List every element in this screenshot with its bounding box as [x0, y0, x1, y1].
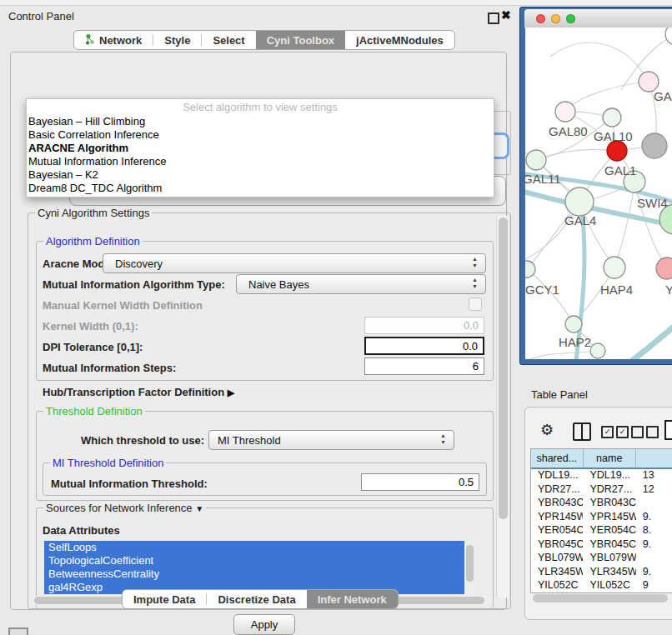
algorithm-option[interactable]: Mutual Information Inference — [27, 155, 494, 168]
close-panel-icon[interactable]: ✖ — [501, 8, 511, 22]
table-row[interactable]: YBL079WYBL079W — [531, 552, 672, 566]
zoom-window-icon[interactable] — [566, 14, 575, 23]
hub-definition-label[interactable]: Hub/Transcription Factor Definition ▶ — [43, 386, 234, 398]
tab-network-label: Network — [99, 34, 142, 47]
network-node-gal80[interactable] — [555, 102, 575, 122]
node-label: GAL1 — [604, 163, 636, 178]
table-row[interactable]: YIL052CYIL052C9 — [531, 579, 672, 593]
settings-vertical-scrollbar[interactable] — [496, 216, 510, 598]
manual-kernel-checkbox[interactable] — [469, 298, 482, 311]
network-node-y[interactable] — [656, 258, 672, 279]
attributes-vscroll-thumb[interactable] — [466, 545, 474, 582]
table-column-header[interactable]: shared... — [531, 449, 584, 468]
attributes-vscroll[interactable] — [464, 541, 476, 594]
checked-box-icon: ✓ — [616, 426, 629, 438]
gear-icon[interactable]: ⚙ — [540, 421, 554, 438]
table-hscroll-thumb[interactable] — [533, 594, 668, 602]
network-edge — [614, 182, 634, 268]
mi-type-combo[interactable]: Naive Bayes ▲▼ — [236, 274, 486, 294]
algorithm-option[interactable]: Basic Correlation Inference — [27, 128, 494, 142]
tab-style[interactable]: Style — [153, 31, 201, 49]
table-column-header[interactable] — [636, 449, 672, 468]
network-canvas[interactable]: GALGAL80GAL10GAL1GAL11SWI4GAL4GCY1HAP4YH… — [525, 28, 672, 359]
table-cell — [636, 552, 672, 566]
table-row[interactable]: YBR045CYBR045C9. — [531, 538, 672, 552]
network-edge — [550, 42, 649, 82]
tab-discretize-data[interactable]: Discretize Data — [207, 590, 306, 608]
select-all-columns-icon[interactable]: ✓ ✓ — [601, 426, 629, 438]
network-node[interactable] — [642, 133, 667, 158]
network-node[interactable] — [665, 28, 672, 45]
tab-network[interactable]: Network — [74, 31, 153, 49]
table-row[interactable]: YPR145WYPR145W9. — [531, 511, 672, 525]
collapsed-panel-icon[interactable] — [8, 628, 28, 635]
kernel-width-field[interactable]: 0.0 — [364, 317, 484, 334]
data-attribute-item[interactable]: BetweennessCentrality — [44, 568, 468, 581]
table-cell: YBR045C — [531, 538, 583, 552]
node-label: HAP4 — [600, 282, 633, 297]
spinner-arrows-icon: ▲▼ — [472, 277, 478, 290]
mi-steps-label: Mutual Information Steps: — [43, 362, 176, 374]
table-row[interactable]: YLR345WYLR345W9. — [531, 566, 672, 580]
algorithm-option[interactable]: Bayesian – Hill Climbing — [27, 115, 494, 128]
float-panel-icon[interactable] — [488, 12, 499, 24]
table-row[interactable]: YER054CYER054C8. — [531, 524, 672, 538]
impute-label: Impute Data — [133, 593, 195, 606]
table-cell: 9. — [636, 538, 672, 552]
dpi-tolerance-field[interactable]: 0.0 — [364, 337, 484, 355]
data-attribute-item[interactable]: TopologicalCoefficient — [44, 554, 468, 568]
tab-jactivemnodules[interactable]: jActiveMNodules — [345, 31, 454, 49]
network-window-titlebar[interactable] — [524, 9, 672, 28]
aracne-mode-combo[interactable]: Discovery ▲▼ — [103, 253, 486, 273]
network-view-window[interactable]: GALGAL80GAL10GAL1GAL11SWI4GAL4GCY1HAP4YH… — [519, 7, 672, 365]
network-edge — [527, 269, 574, 324]
network-node-hap2[interactable] — [565, 316, 582, 332]
table-row[interactable]: YBR043CYBR043C — [531, 497, 672, 511]
kernel-width-label: Kernel Width (0,1): — [43, 320, 138, 332]
algorithm-definition-title: Algorithm Definition — [43, 235, 143, 248]
tab-infer-network[interactable]: Infer Network — [307, 590, 398, 608]
tab-cyni-toolbox[interactable]: Cyni Toolbox — [256, 31, 345, 49]
table-row[interactable]: YDR27...YDR27...12 — [531, 483, 672, 498]
algorithm-option[interactable]: Bayesian – K2 — [27, 168, 494, 182]
network-node-gal11[interactable] — [526, 150, 546, 170]
table-row[interactable]: YDL19...YDL19...13 — [531, 469, 672, 483]
mi-threshold-field[interactable]: 0.5 — [361, 473, 479, 491]
tab-style-label: Style — [164, 34, 190, 47]
network-node-gal4[interactable] — [565, 188, 594, 216]
apply-button[interactable]: Apply — [233, 614, 295, 635]
collapse-arrow-icon[interactable]: ▼ — [195, 504, 203, 513]
deselect-all-columns-icon[interactable] — [631, 426, 659, 438]
network-node-gal1[interactable] — [607, 141, 627, 161]
bottom-tabbar: Impute Data Discretize Data Infer Networ… — [122, 589, 399, 609]
data-attributes-label: Data Attributes — [43, 524, 120, 537]
tab-impute-data[interactable]: Impute Data — [123, 590, 206, 608]
minimize-window-icon[interactable] — [551, 14, 560, 23]
table-column-header[interactable]: name — [584, 449, 636, 468]
which-threshold-combo[interactable]: MI Threshold ▲▼ — [208, 430, 454, 450]
close-window-icon[interactable] — [536, 14, 545, 23]
tab-select[interactable]: Select — [202, 31, 255, 49]
network-node[interactable] — [590, 343, 605, 358]
table-cell: YDL19... — [531, 469, 583, 483]
new-table-icon[interactable] — [664, 420, 672, 440]
settings-vscroll-thumb[interactable] — [499, 218, 508, 519]
node-label: GAL — [654, 89, 672, 103]
network-node-hap4[interactable] — [604, 257, 625, 278]
table-cell: YLR345W — [583, 566, 635, 580]
columns-icon[interactable] — [573, 422, 591, 441]
algorithm-option[interactable]: ARACNE Algorithm — [27, 142, 494, 155]
data-attributes-list[interactable]: SelfLoopsTopologicalCoefficientBetweenne… — [44, 541, 476, 594]
data-attribute-item[interactable]: SelfLoops — [44, 541, 468, 554]
network-edge-highlighted — [624, 318, 672, 359]
expand-arrow-icon[interactable]: ▶ — [228, 388, 234, 398]
discretize-label: Discretize Data — [218, 593, 295, 606]
network-node-gal10[interactable] — [603, 108, 621, 127]
sources-title-text: Sources for Network Inference — [46, 502, 193, 514]
algorithm-option[interactable]: Dream8 DC_TDC Algorithm — [27, 182, 494, 195]
algorithm-dropdown-popup: Select algorithm to view settings Bayesi… — [26, 98, 494, 198]
mi-steps-field[interactable]: 6 — [364, 358, 484, 375]
tab-jactive-label: jActiveMNodules — [356, 34, 444, 47]
control-panel-title: Control Panel — [8, 10, 74, 22]
table-cell: YIL052C — [583, 579, 635, 593]
